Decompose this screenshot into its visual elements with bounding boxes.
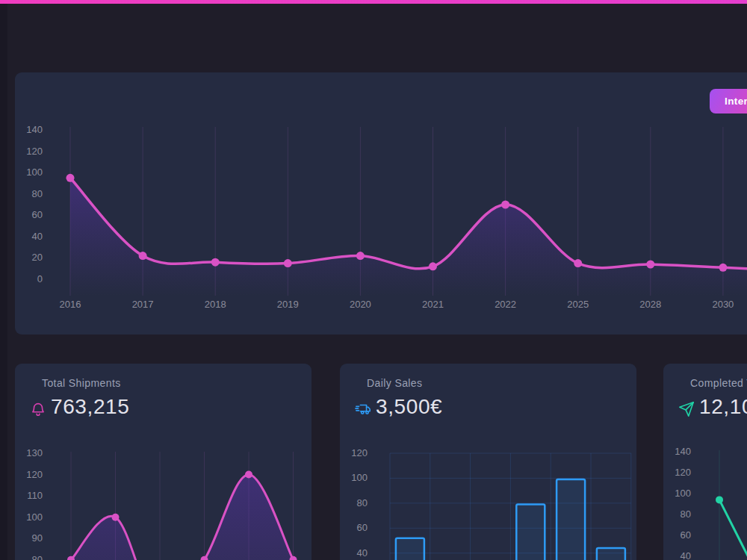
data-point (201, 556, 208, 560)
y-axis-label: 120 (15, 469, 43, 481)
y-axis-label: 20 (15, 252, 43, 264)
data-point (356, 252, 365, 260)
x-axis-label: 2019 (261, 299, 314, 311)
y-axis-label: 110 (15, 490, 43, 502)
data-point (245, 471, 252, 479)
data-point (66, 174, 75, 182)
data-point (139, 252, 147, 260)
card-title: Completed Todos (690, 377, 747, 389)
bell-icon (30, 401, 46, 417)
y-axis-label: 100 (15, 511, 43, 523)
shipping-fast-icon (355, 401, 371, 417)
y-axis-label: 120 (15, 146, 43, 158)
y-axis-label: 40 (663, 550, 691, 560)
y-axis-label: 40 (15, 231, 43, 243)
y-axis-label: 60 (15, 209, 43, 221)
bar (516, 505, 545, 560)
y-axis-label: 100 (340, 472, 368, 484)
card-title: Total Shipments (42, 377, 121, 389)
y-axis-label: 0 (15, 273, 43, 285)
y-axis-label: 120 (663, 467, 691, 479)
shipments-mini-chart (15, 364, 311, 560)
x-axis-label: 2025 (552, 299, 604, 311)
stat-card-completed-todos: Completed Todos 12,100 140120100806040 (663, 364, 747, 560)
data-point (290, 556, 297, 560)
sales-bar-chart (340, 364, 636, 560)
card-title: Daily Sales (367, 377, 422, 389)
bar (396, 538, 424, 560)
y-axis-label: 80 (340, 497, 368, 509)
overview-chart-card: Interval 1401201008060402002016201720182… (15, 72, 747, 335)
x-axis-label: 2017 (117, 299, 169, 311)
y-axis-label: 100 (15, 167, 43, 178)
data-point (429, 262, 437, 270)
data-point (112, 514, 120, 521)
y-axis-label: 80 (15, 188, 43, 200)
data-point (646, 261, 654, 269)
y-axis-label: 80 (663, 508, 691, 520)
card-value: 3,500€ (376, 395, 442, 419)
card-value: 763,215 (51, 395, 129, 419)
interval-button[interactable]: Interval (710, 89, 747, 113)
overview-line-chart (15, 72, 747, 335)
data-point (284, 259, 292, 267)
data-point (574, 259, 582, 267)
grid-lines (719, 450, 747, 560)
y-axis-label: 80 (15, 554, 43, 560)
x-axis-label: 2028 (624, 299, 677, 311)
series-area (71, 475, 294, 560)
series-line (719, 500, 747, 560)
card-value: 12,100 (699, 395, 747, 419)
series-line (70, 178, 747, 270)
bar (597, 548, 625, 560)
bar (557, 479, 585, 560)
x-axis-label: 2030 (697, 299, 747, 311)
y-axis-label: 60 (663, 529, 691, 541)
x-axis-label: 2020 (334, 299, 386, 311)
data-point (716, 496, 723, 503)
data-point (67, 556, 75, 560)
data-point (211, 258, 220, 267)
grid-lines (390, 453, 631, 560)
left-edge-strip (0, 4, 7, 560)
series-line (71, 475, 294, 560)
x-axis-label: 2022 (480, 299, 532, 311)
y-axis-label: 100 (663, 488, 691, 500)
x-axis-label: 2016 (44, 299, 96, 311)
paper-plane-icon (678, 401, 695, 417)
grid-lines (70, 127, 723, 296)
y-axis-label: 120 (340, 447, 368, 459)
y-axis-label: 40 (340, 547, 368, 559)
data-point (501, 201, 509, 209)
series-area (70, 178, 747, 296)
data-point (719, 264, 727, 272)
y-axis-label: 90 (15, 532, 43, 544)
stat-card-daily-sales: Daily Sales 3,500€ 120100806040 (340, 364, 636, 560)
x-axis-label: 2018 (189, 299, 241, 311)
y-axis-label: 140 (663, 446, 691, 458)
grid-lines (71, 452, 294, 560)
x-axis-label: 2021 (407, 299, 459, 311)
top-accent-bar (0, 0, 747, 4)
y-axis-label: 140 (15, 124, 43, 136)
y-axis-label: 60 (340, 522, 368, 534)
stat-card-total-shipments: Total Shipments 763,215 1301201101009080 (15, 364, 311, 560)
dashboard-page: Interval 1401201008060402002016201720182… (0, 0, 747, 560)
y-axis-label: 130 (15, 447, 43, 459)
